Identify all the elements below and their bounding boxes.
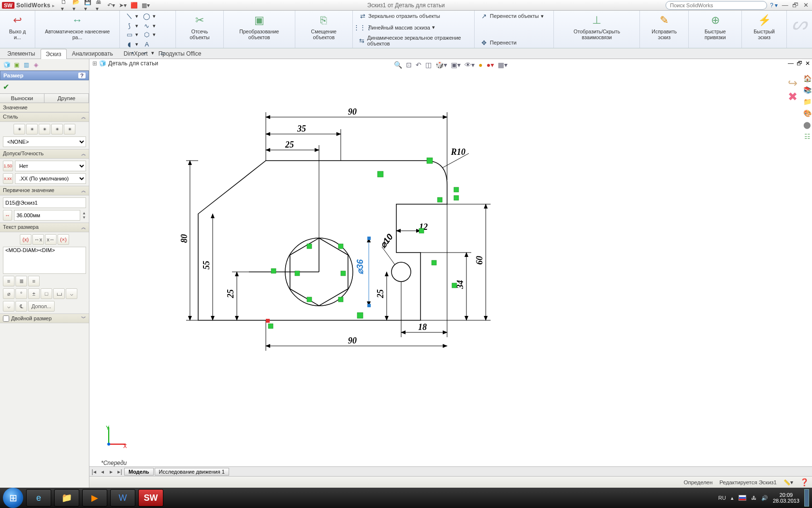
- view-orient-icon[interactable]: 🎲▾: [435, 61, 447, 69]
- hide-show-icon[interactable]: 👁▾: [464, 61, 475, 69]
- sym-pm[interactable]: ±: [28, 288, 40, 299]
- pm-help-icon[interactable]: ?: [78, 73, 86, 78]
- sym-depth[interactable]: ⌵: [3, 301, 14, 312]
- dm-tab-icon[interactable]: ◈: [32, 61, 40, 69]
- search-input[interactable]: [666, 1, 767, 10]
- cmd-tab-Продукты Office[interactable]: Продукты Office: [153, 48, 207, 59]
- appearance-icon[interactable]: ●▾: [487, 61, 494, 69]
- circle-tool[interactable]: ◯▾: [141, 12, 158, 20]
- tab-model[interactable]: Модель: [124, 468, 154, 476]
- linear-pattern-button[interactable]: ⋮⋮⋮Линейный массив эскиза ▾: [357, 23, 437, 32]
- status-help-icon[interactable]: ❓: [800, 478, 809, 487]
- mdi-max-icon[interactable]: 🗗: [797, 60, 802, 67]
- section-primary[interactable]: Первичное значение︽: [0, 186, 89, 195]
- flyout-tree[interactable]: ⊞🧊Деталь для статьи: [92, 60, 158, 67]
- restore-icon[interactable]: 🗗: [791, 1, 800, 9]
- tray-lang[interactable]: RU: [718, 495, 726, 501]
- spin-up[interactable]: ▲: [82, 211, 86, 215]
- arc-tool[interactable]: ⟆▾: [124, 21, 140, 30]
- mirror-button[interactable]: ⇄Зеркально отразить объекты: [357, 12, 442, 20]
- tol-prec-dropdown[interactable]: .XX (По умолчанию): [15, 173, 86, 184]
- tray-arrow-icon[interactable]: ▴: [731, 495, 734, 501]
- cmd-tab-DimXpert[interactable]: DimXpert: [118, 48, 153, 59]
- style-btn-5[interactable]: ✴: [64, 124, 75, 134]
- txt-pos-4[interactable]: (×): [58, 234, 69, 245]
- tp-expl-icon[interactable]: 📁: [802, 97, 812, 106]
- tab-scroll-first[interactable]: |◂: [89, 468, 98, 475]
- txt-pos-2[interactable]: ↔x: [32, 234, 44, 245]
- graphics-area[interactable]: ⊞🧊Деталь для статьи 🔍 ⊡ ↶ ◫ 🎲▾ ▣▾ 👁▾ ● ●…: [89, 59, 812, 488]
- options-icon[interactable]: ▦▾: [142, 1, 150, 9]
- move-button[interactable]: ✥Перенести: [478, 38, 519, 47]
- repair-button[interactable]: ✎Исправить эскиз: [644, 12, 684, 41]
- select-icon[interactable]: ➤▾: [119, 1, 127, 9]
- minimize-icon[interactable]: —: [781, 1, 789, 9]
- taskbar-ie[interactable]: e: [26, 489, 51, 507]
- just-right[interactable]: ≡: [28, 276, 40, 286]
- taskbar-explorer[interactable]: 📁: [54, 489, 79, 507]
- move-entities-button[interactable]: ↗Перенести объекты ▾: [478, 12, 546, 20]
- prev-view-icon[interactable]: ↶: [416, 61, 421, 69]
- style-btn-4[interactable]: ✴: [51, 124, 63, 134]
- smart-dimension-button[interactable]: ↔Автоматическое нанесение ра...: [39, 12, 116, 41]
- confirm-corner-ok-icon[interactable]: ↪: [788, 76, 798, 90]
- open-icon[interactable]: 📂▾: [72, 1, 80, 9]
- tray-clock[interactable]: 20:0928.03.2013: [773, 492, 799, 504]
- mdi-close-icon[interactable]: ✕: [805, 60, 810, 67]
- save-icon[interactable]: 💾▾: [84, 1, 92, 9]
- sym-cs[interactable]: ⌵: [66, 288, 77, 299]
- taskbar-word[interactable]: W: [110, 489, 135, 507]
- mdi-min-icon[interactable]: —: [788, 60, 794, 67]
- rapid-sketch-button[interactable]: ⚡Быстрый эскиз: [746, 12, 783, 41]
- style-btn-1[interactable]: ✴: [14, 124, 25, 134]
- tray-vol-icon[interactable]: 🔊: [761, 495, 768, 501]
- rebuild-icon[interactable]: 🟥: [130, 1, 138, 9]
- cm-tab-icon[interactable]: ▥: [22, 61, 30, 69]
- tab-motion[interactable]: Исследование движения 1: [155, 468, 229, 476]
- dim-text-input[interactable]: [3, 247, 86, 274]
- offset-button[interactable]: ⎘Смещение объектов: [299, 12, 348, 41]
- sym-sq[interactable]: □: [41, 288, 52, 299]
- tray-net-icon[interactable]: 🖧: [751, 495, 756, 501]
- convert-button[interactable]: ▣Преобразование объектов: [228, 12, 291, 41]
- tab-scroll-prev[interactable]: ◂: [98, 468, 107, 475]
- close-icon[interactable]: ✕: [801, 1, 810, 9]
- style-btn-2[interactable]: ✴: [26, 124, 38, 134]
- slot-tool[interactable]: ◖▾: [124, 40, 140, 48]
- more-symbols-button[interactable]: Допол...: [28, 301, 55, 312]
- fm-tab-icon[interactable]: 🧊: [3, 61, 11, 69]
- poly-tool[interactable]: ⬡▾: [141, 30, 158, 39]
- zoom-fit-icon[interactable]: 🔍: [394, 61, 402, 69]
- dim-name-input[interactable]: [3, 197, 86, 208]
- tray-flag-icon[interactable]: [739, 495, 746, 501]
- start-button[interactable]: ⊞: [3, 488, 23, 508]
- line-tool[interactable]: ＼▾: [124, 12, 140, 20]
- section-view-icon[interactable]: ◫: [425, 61, 432, 69]
- tp-lib-icon[interactable]: 📚: [802, 85, 812, 95]
- ellipse-tool[interactable]: A: [141, 40, 153, 48]
- exit-sketch-button[interactable]: ↩Выхо д и...: [4, 12, 31, 41]
- txt-pos-1[interactable]: (x): [20, 234, 31, 245]
- print-icon[interactable]: 🖶▾: [96, 1, 103, 9]
- help-icon[interactable]: ? ▾: [770, 2, 778, 9]
- section-dual[interactable]: Двойной размер︾: [0, 314, 89, 323]
- dual-dim-checkbox[interactable]: [3, 315, 9, 322]
- pm-subtab-value[interactable]: Значение: [0, 103, 89, 112]
- sym-cb[interactable]: ⌴: [53, 288, 65, 299]
- scene-icon[interactable]: ●: [478, 61, 482, 69]
- tp-prop-icon[interactable]: ☷: [802, 132, 812, 141]
- cmd-tab-Анализировать[interactable]: Анализировать: [67, 48, 118, 59]
- pm-tab-other[interactable]: Другие: [44, 94, 89, 103]
- confirm-corner-x-icon[interactable]: ✖: [788, 90, 798, 103]
- show-desktop[interactable]: [804, 489, 809, 507]
- dynamic-mirror-button[interactable]: ⇆Динамическое зеркальное отражение объек…: [357, 34, 470, 47]
- pm-tab-callouts[interactable]: Выноски: [0, 94, 44, 103]
- new-icon[interactable]: 🗋▾: [61, 1, 69, 9]
- rect-tool[interactable]: ▭▾: [124, 30, 140, 39]
- sym-dia[interactable]: ⌀: [3, 288, 14, 299]
- undo-icon[interactable]: ↶▾: [107, 1, 115, 9]
- sym-deg[interactable]: °: [15, 288, 27, 299]
- cmd-tab-Эскиз[interactable]: Эскиз: [41, 49, 67, 59]
- section-tolerance[interactable]: Допуск/Точность︽: [0, 149, 89, 159]
- relations-button[interactable]: ⊥Отобразить/Скрыть взаимосвязи: [558, 12, 636, 41]
